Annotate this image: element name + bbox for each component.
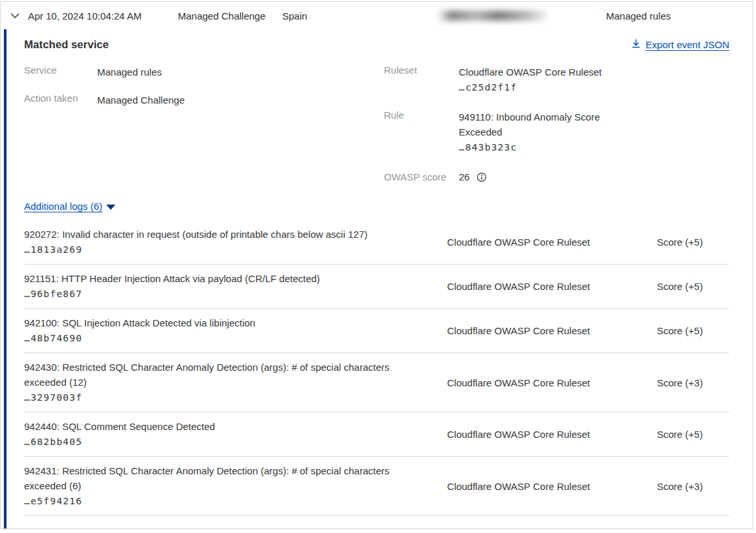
- additional-logs-table: 920272: Invalid character in request (ou…: [24, 220, 729, 516]
- log-rule-description: 942440: SQL Comment Sequence Detected: [24, 419, 415, 434]
- log-rule-cell: 921151: HTTP Header Injection Attack via…: [24, 271, 447, 302]
- panel-title: Matched service: [24, 38, 109, 51]
- event-action: Managed Challenge: [178, 10, 265, 22]
- event-country: Spain: [282, 10, 307, 22]
- log-rule-description: 942431: Restricted SQL Character Anomaly…: [24, 463, 415, 493]
- log-score-cell: Score (+3): [657, 377, 729, 388]
- log-score-cell: Score (+5): [657, 281, 729, 292]
- ruleset-name: Cloudflare OWASP Core Ruleset: [459, 65, 602, 79]
- event-summary-row[interactable]: Apr 10, 2024 10:04:24 AM Managed Challen…: [1, 2, 753, 29]
- additional-log-row: 920272: Invalid character in request (ou…: [24, 220, 729, 265]
- log-ruleset-cell: Cloudflare OWASP Core Ruleset: [447, 281, 657, 292]
- log-rule-description: 942430: Restricted SQL Character Anomaly…: [24, 360, 415, 390]
- action-taken-label: Action taken: [24, 93, 97, 108]
- export-event-json-label: Export event JSON: [646, 39, 729, 50]
- ruleset-value: Cloudflare OWASP Core Ruleset …c25d2f1f: [459, 65, 602, 95]
- log-rule-cell: 920272: Invalid character in request (ou…: [24, 227, 447, 257]
- rule-id-hash: …843b323c: [459, 139, 610, 155]
- ruleset-id-hash: …c25d2f1f: [459, 79, 602, 95]
- redacted-field-blur: [439, 10, 547, 21]
- owasp-score-label: OWASP score: [384, 171, 459, 182]
- log-rule-id-hash: …1813a269: [24, 242, 428, 257]
- event-timestamp: Apr 10, 2024 10:04:24 AM: [28, 10, 141, 22]
- log-ruleset-cell: Cloudflare OWASP Core Ruleset: [447, 325, 657, 336]
- download-icon: [631, 38, 641, 51]
- log-ruleset-cell: Cloudflare OWASP Core Ruleset: [447, 429, 657, 440]
- log-rule-description: 942100: SQL Injection Attack Detected vi…: [24, 315, 415, 330]
- ruleset-label: Ruleset: [384, 65, 459, 95]
- additional-log-row: 942430: Restricted SQL Character Anomaly…: [24, 353, 729, 412]
- action-taken-value: Managed Challenge: [97, 93, 184, 108]
- firewall-event-expanded-panel: Apr 10, 2024 10:04:24 AM Managed Challen…: [0, 1, 753, 529]
- log-rule-cell: 942430: Restricted SQL Character Anomaly…: [24, 360, 447, 405]
- service-value: Managed rules: [97, 65, 162, 79]
- service-label: Service: [24, 65, 97, 79]
- log-rule-description: 921151: HTTP Header Injection Attack via…: [24, 271, 415, 286]
- rule-field: Rule 949110: Inbound Anomaly Score Excee…: [384, 109, 658, 155]
- additional-log-row: 942431: Restricted SQL Character Anomaly…: [24, 457, 729, 516]
- additional-log-row: 921151: HTTP Header Injection Attack via…: [24, 265, 729, 309]
- owasp-score-value: 26: [459, 169, 470, 184]
- log-score-cell: Score (+5): [657, 237, 729, 248]
- additional-logs-toggle[interactable]: Additional logs (6): [24, 201, 115, 212]
- additional-logs-label: Additional logs (6): [24, 201, 102, 212]
- chevron-down-icon[interactable]: [9, 10, 21, 22]
- rule-label: Rule: [384, 109, 459, 155]
- additional-log-row: 942100: SQL Injection Attack Detected vi…: [24, 309, 729, 353]
- log-rule-cell: 942431: Restricted SQL Character Anomaly…: [24, 463, 447, 509]
- log-rule-id-hash: …682bb405: [24, 434, 428, 450]
- export-event-json-link[interactable]: Export event JSON: [631, 38, 729, 51]
- ruleset-field: Ruleset Cloudflare OWASP Core Ruleset …c…: [384, 65, 658, 95]
- expanded-row-body: Matched service Export event JSON Servic…: [1, 29, 753, 516]
- log-score-cell: Score (+5): [657, 429, 729, 440]
- log-rule-cell: 942100: SQL Injection Attack Detected vi…: [24, 315, 447, 346]
- log-rule-cell: 942440: SQL Comment Sequence Detected …6…: [24, 419, 447, 450]
- caret-down-icon: [106, 205, 115, 210]
- info-icon[interactable]: [476, 172, 487, 182]
- log-ruleset-cell: Cloudflare OWASP Core Ruleset: [447, 377, 657, 388]
- log-rule-id-hash: …3297003f: [24, 390, 428, 405]
- log-score-cell: Score (+5): [657, 325, 729, 336]
- rule-value: 949110: Inbound Anomaly Score Exceeded ……: [459, 109, 610, 155]
- log-ruleset-cell: Cloudflare OWASP Core Ruleset: [447, 481, 657, 492]
- owasp-score-field: OWASP score 26: [384, 169, 658, 184]
- rule-name: 949110: Inbound Anomaly Score Exceeded: [459, 109, 610, 139]
- log-score-cell: Score (+3): [657, 481, 729, 492]
- log-rule-id-hash: …48b74690: [24, 330, 428, 346]
- additional-log-row: 942440: SQL Comment Sequence Detected …6…: [24, 412, 729, 457]
- log-rule-id-hash: …e5f94216: [24, 493, 428, 509]
- matched-service-details: Service Managed rules Action taken Manag…: [24, 65, 729, 190]
- log-rule-id-hash: …96bfe867: [24, 286, 428, 302]
- log-ruleset-cell: Cloudflare OWASP Core Ruleset: [447, 237, 657, 248]
- event-service: Managed rules: [606, 10, 671, 22]
- log-rule-description: 920272: Invalid character in request (ou…: [24, 227, 415, 242]
- expanded-row-accent-bar: [4, 29, 7, 528]
